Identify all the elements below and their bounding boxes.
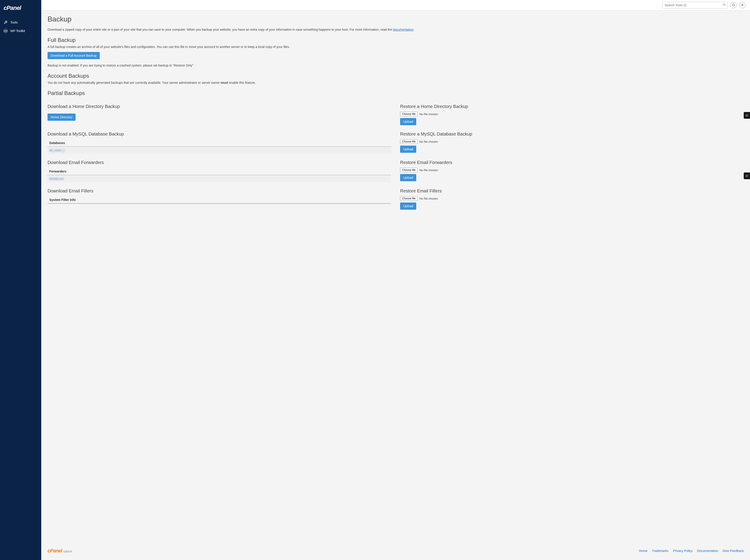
tools-icon: [4, 20, 7, 24]
partial-backups-heading: Partial Backups: [47, 90, 744, 96]
account-backups-heading: Account Backups: [47, 73, 744, 79]
no-file-label: No file chosen: [419, 140, 438, 143]
download-mysql-heading: Download a MySQL Database Backup: [47, 131, 391, 137]
footer-link-feedback[interactable]: Give Feedback: [723, 549, 744, 553]
top-header: [41, 0, 750, 11]
choose-file-button[interactable]: Choose file: [400, 168, 418, 172]
restore-forwarders-heading: Restore Email Forwarders: [400, 160, 744, 165]
file-input-row: Choose file No file chosen: [400, 168, 744, 172]
sidebar-item-wptoolkit[interactable]: WP Toolkit: [0, 27, 41, 35]
restore-filters-heading: Restore Email Filters: [400, 188, 744, 193]
footer-links: Home Trademarks Privacy Policy Documenta…: [639, 549, 744, 553]
databases-header: Databases: [47, 139, 391, 147]
notifications-button[interactable]: [730, 2, 736, 8]
sidebar-item-label: WP Toolkit: [10, 29, 25, 33]
file-input-row: Choose file No file chosen: [400, 112, 744, 116]
search-icon[interactable]: [723, 3, 726, 7]
choose-file-button[interactable]: Choose file: [400, 196, 418, 201]
sidebar-item-label: Tools: [10, 21, 18, 24]
svg-point-3: [742, 4, 743, 5]
upload-button[interactable]: Upload: [400, 146, 416, 153]
footer-link-trademarks[interactable]: Trademarks: [652, 549, 668, 553]
forwarder-row[interactable]: domain.ext: [47, 175, 391, 182]
upload-button[interactable]: Upload: [400, 203, 416, 210]
backup-disabled-note: Backup is not enabled. If you are trying…: [47, 63, 744, 68]
search-box: [662, 2, 728, 8]
version-label: 110.0.8: [63, 550, 72, 553]
restore-mysql-heading: Restore a MySQL Database Backup: [400, 131, 744, 137]
full-backup-heading: Full Backup: [47, 37, 744, 43]
sidebar: cPanel Tools WP Toolkit: [0, 0, 41, 560]
footer: cPanel 110.0.8 Home Trademarks Privacy P…: [41, 544, 750, 560]
stats-tab[interactable]: [744, 112, 750, 119]
restore-home-heading: Restore a Home Directory Backup: [400, 104, 744, 109]
svg-line-2: [725, 5, 726, 6]
upload-button[interactable]: Upload: [400, 174, 416, 181]
chart-icon: [745, 113, 748, 117]
account-button[interactable]: [739, 2, 746, 8]
database-row[interactable]: db_name_1: [47, 147, 391, 154]
sidebar-nav: Tools WP Toolkit: [0, 16, 41, 35]
footer-link-privacy[interactable]: Privacy Policy: [673, 549, 693, 553]
download-home-heading: Download a Home Directory Backup: [47, 104, 391, 109]
download-full-backup-button[interactable]: Download a Full Account Backup: [47, 52, 100, 59]
wordpress-icon: [4, 29, 7, 33]
page-content: Backup Download a zipped copy of your en…: [41, 11, 750, 544]
account-backups-desc: You do not have any automatically genera…: [47, 80, 744, 85]
no-file-label: No file chosen: [419, 112, 438, 116]
documentation-link[interactable]: documentation: [393, 28, 414, 32]
search-input[interactable]: [662, 2, 728, 8]
download-forwarders-heading: Download Email Forwarders: [47, 160, 391, 165]
full-backup-desc: A full backup creates an archive of all …: [47, 45, 744, 49]
user-icon: [741, 3, 744, 7]
intro-text: Download a zipped copy of your entire si…: [47, 27, 744, 32]
footer-link-home[interactable]: Home: [639, 549, 647, 553]
choose-file-button[interactable]: Choose file: [400, 139, 418, 144]
bell-icon: [732, 3, 735, 7]
footer-logo: cPanel 110.0.8: [47, 548, 72, 554]
page-title: Backup: [47, 15, 744, 23]
file-input-row: Choose file No file chosen: [400, 196, 744, 201]
no-file-label: No file chosen: [419, 197, 438, 200]
cpanel-logo: cPanel: [0, 0, 41, 16]
forwarders-header: Forwarders: [47, 168, 391, 175]
choose-file-button[interactable]: Choose file: [400, 112, 418, 116]
chart-icon: [745, 174, 748, 178]
footer-link-documentation[interactable]: Documentation: [697, 549, 718, 553]
svg-point-1: [723, 4, 725, 5]
download-filters-heading: Download Email Filters: [47, 188, 391, 193]
filters-header: System Filter Info: [47, 196, 391, 204]
home-directory-button[interactable]: Home Directory: [47, 113, 76, 121]
upload-button[interactable]: Upload: [400, 118, 416, 125]
no-file-label: No file chosen: [419, 168, 438, 172]
sidebar-item-tools[interactable]: Tools: [0, 18, 41, 27]
file-input-row: Choose file No file chosen: [400, 139, 744, 144]
stats-tab-2[interactable]: [744, 172, 750, 179]
